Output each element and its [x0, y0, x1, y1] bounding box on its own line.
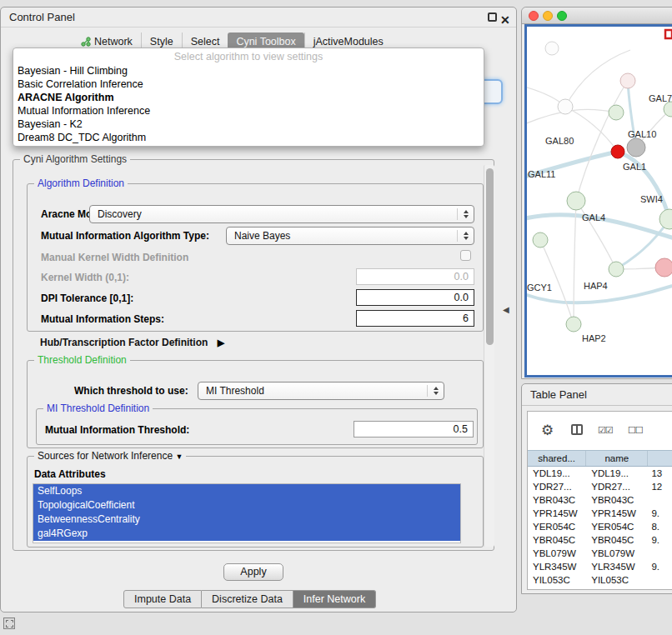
tab-infer-network[interactable]: Infer Network [293, 590, 376, 608]
table-body: YDL19... YDL19... 13 YDR27... YDR27... 1… [528, 467, 672, 589]
mi-threshold-group: MI Threshold Definition Mutual Informati… [36, 408, 478, 445]
cell-shared-name: YBR045C [528, 533, 586, 547]
mi-threshold-field[interactable]: 0.5 [354, 421, 474, 438]
network-node[interactable] [609, 105, 624, 120]
which-threshold-combo[interactable]: MI Threshold [198, 382, 444, 400]
mi-type-label: Mutual Information Algorithm Type: [41, 230, 209, 242]
deselect-all-icon[interactable]: ☐☐ [628, 425, 643, 436]
list-item[interactable]: TopologicalCoefficient [33, 498, 460, 512]
combo-arrows-icon [464, 210, 469, 218]
dropdown-item[interactable]: Basic Correlation Inference [13, 78, 484, 91]
network-node-gal10[interactable] [627, 138, 645, 157]
cell-value: 9. [648, 533, 672, 547]
table-row[interactable]: YDL19... YDL19... 13 [528, 467, 672, 480]
cell-shared-name: YER054C [528, 520, 586, 533]
close-traffic-light[interactable] [529, 11, 539, 21]
network-edge[interactable] [527, 109, 616, 127]
table-row[interactable]: YBL079W YBL079W [528, 547, 672, 560]
cell-value: 12 [648, 480, 672, 493]
network-node[interactable] [620, 73, 635, 88]
table-panel-title: Table Panel [530, 384, 587, 406]
aracne-mode-combo[interactable]: Discovery [89, 205, 474, 223]
expand-right-icon: ▶ [218, 338, 224, 348]
column-header-extra[interactable] [648, 451, 672, 466]
node-label: GAL11 [528, 169, 555, 179]
settings-scrollbar [484, 165, 494, 547]
hub-definition-expander[interactable]: Hub/Transcription Factor Definition ▶ [40, 337, 224, 348]
mi-type-combo[interactable]: Naive Bayes [226, 227, 474, 245]
dropdown-item[interactable]: Bayesian - Hill Climbing [13, 64, 484, 78]
network-node-hap4[interactable] [609, 262, 624, 277]
kernel-width-label: Kernel Width (0,1): [41, 272, 129, 284]
node-label: GCY1 [527, 282, 552, 292]
node-label: GAL7 [649, 93, 672, 103]
table-row[interactable]: YLR345W YLR345W 9. [528, 560, 672, 573]
manual-kernel-checkbox[interactable] [460, 250, 471, 261]
minimize-traffic-light[interactable] [543, 11, 553, 21]
node-label: SWI4 [640, 194, 663, 204]
column-header-shared-name[interactable]: shared... [528, 451, 586, 466]
table-header: shared... name [528, 450, 672, 467]
threshold-definition-group: Threshold Definition Which threshold to … [27, 360, 484, 448]
tab-impute-data[interactable]: Impute Data [123, 590, 202, 608]
cell-value [648, 493, 672, 507]
dropdown-item-selected[interactable]: ARACNE Algorithm [13, 91, 484, 104]
network-edge[interactable] [574, 201, 576, 324]
close-icon[interactable]: ✕ [500, 10, 510, 30]
dropdown-item[interactable]: Dream8 DC_TDC Algorithm [13, 131, 484, 144]
network-node-gal1[interactable] [611, 145, 624, 158]
select-all-icon[interactable]: ☑☑ [598, 425, 613, 436]
table-row[interactable]: YPR145W YPR145W 9. [528, 507, 672, 520]
tab-label: jActiveModules [313, 36, 384, 48]
sources-expander[interactable]: Sources for Network Inference ▼ [34, 450, 186, 462]
network-node[interactable] [533, 232, 548, 248]
table-row[interactable]: YBR043C YBR043C [528, 493, 672, 507]
network-node[interactable] [545, 42, 559, 55]
cell-name: YDR27... [586, 480, 648, 493]
cell-name: YDL19... [586, 467, 648, 480]
algorithm-dropdown-popup: Select algorithm to view settings Bayesi… [13, 48, 484, 147]
dpi-tolerance-field[interactable]: 0.0 [356, 289, 474, 306]
network-node-hap2[interactable] [566, 317, 581, 332]
sources-group: Sources for Network Inference ▼ Data Att… [27, 456, 484, 548]
network-node[interactable] [655, 258, 672, 277]
network-node[interactable] [558, 99, 573, 114]
cell-value [648, 573, 672, 587]
hub-definition-label: Hub/Transcription Factor Definition [40, 337, 208, 348]
gear-icon[interactable]: ⚙ [541, 422, 554, 439]
list-item[interactable]: SelfLoops [33, 484, 460, 498]
network-node-gal4[interactable] [567, 192, 585, 210]
table-row[interactable]: YBR045C YBR045C 9. [528, 533, 672, 547]
list-item[interactable]: gal4RGexp [33, 527, 460, 541]
mi-steps-field[interactable]: 6 [356, 310, 474, 327]
zoom-traffic-light[interactable] [557, 11, 567, 21]
network-edge[interactable] [576, 81, 628, 201]
network-edge[interactable] [576, 201, 616, 269]
application-desktop: Control Panel ✕ Network Style Select Cyn… [0, 0, 672, 635]
apply-button[interactable]: Apply [223, 563, 283, 581]
table-panel-window: Table Panel ⚙ ☑☑ ☐☐ shared... name YDL19… [521, 383, 672, 594]
network-view-window: GAL7 GAL80 GAL10 GAL11 GAL1 SWI4 GAL4 GC… [521, 7, 672, 379]
list-item[interactable]: BetweennessCentrality [33, 512, 460, 527]
float-window-icon[interactable] [488, 12, 497, 22]
table-row[interactable]: YDR27... YDR27... 12 [528, 480, 672, 493]
splitpane-collapse-icon[interactable]: ◀ [503, 305, 509, 314]
dropdown-item[interactable]: Bayesian - K2 [13, 118, 484, 131]
tab-discretize-data[interactable]: Discretize Data [202, 590, 293, 608]
cell-name: YER054C [586, 520, 648, 533]
table-row[interactable]: YIL053C YIL053C [528, 573, 672, 587]
cell-name: YBL079W [586, 547, 648, 560]
control-panel-titlebar: Control Panel ✕ [1, 8, 516, 28]
network-canvas[interactable]: GAL7 GAL80 GAL10 GAL11 GAL1 SWI4 GAL4 GC… [524, 24, 672, 378]
restore-panel-icon[interactable] [3, 618, 15, 629]
show-columns-icon[interactable] [571, 424, 583, 435]
combo-value: Naive Bayes [234, 230, 290, 242]
network-node[interactable] [659, 209, 672, 229]
dropdown-item[interactable]: Mutual Information Inference [13, 104, 484, 118]
dropdown-placeholder: Select algorithm to view settings [13, 50, 484, 64]
column-header-name[interactable]: name [586, 451, 648, 466]
scrollbar-thumb[interactable] [486, 168, 494, 345]
table-row[interactable]: YER054C YER054C 8. [528, 520, 672, 533]
mi-threshold-label: Mutual Information Threshold: [45, 424, 189, 437]
kernel-width-field[interactable]: 0.0 [356, 268, 474, 285]
